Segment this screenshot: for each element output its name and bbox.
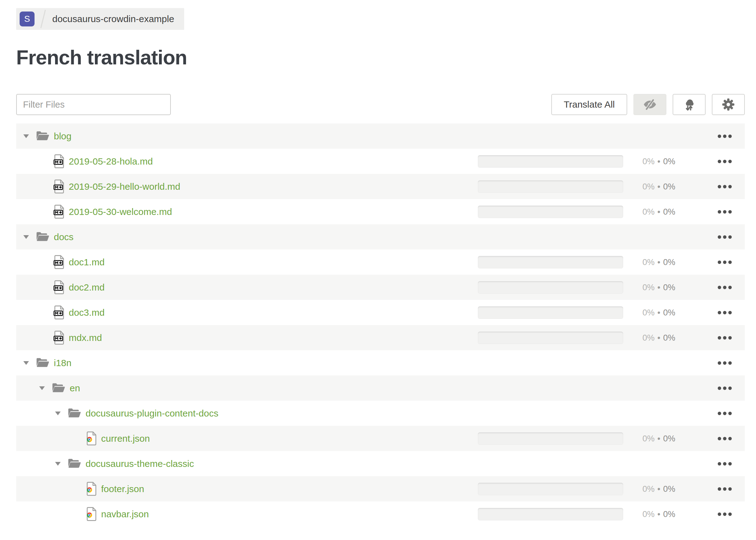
file-row[interactable]: 2019-05-28-hola.md 0%•0%	[16, 149, 745, 174]
chevron-down-icon[interactable]	[23, 134, 29, 138]
filter-files-input[interactable]	[16, 94, 171, 115]
folder-name-link[interactable]: en	[70, 383, 80, 393]
json-file-icon	[86, 507, 97, 521]
folder-icon	[68, 407, 81, 419]
row-menu-button[interactable]	[715, 359, 734, 367]
progress-bar	[478, 508, 623, 520]
toolbar-buttons: Translate All	[551, 94, 745, 115]
progress-text: 0%•0%	[643, 182, 676, 191]
folder-row[interactable]: docusaurus-theme-classic	[16, 451, 745, 476]
page: S docusaurus-crowdin-example French tran…	[16, 0, 745, 527]
markdown-file-icon	[54, 255, 65, 269]
folder-icon	[36, 357, 50, 369]
progress-text: 0%•0%	[643, 484, 676, 494]
row-menu-button[interactable]	[715, 334, 734, 342]
file-row[interactable]: 2019-05-30-welcome.md 0%•0%	[16, 199, 745, 224]
progress-bar	[478, 281, 623, 294]
progress-bar	[478, 332, 623, 344]
file-row[interactable]: footer.json 0%•0%	[16, 476, 745, 501]
file-tree: blog 2019-05-28-hola.md 0%•0%	[16, 123, 745, 527]
folder-row[interactable]: docs	[16, 224, 745, 249]
file-name-link[interactable]: 2019-05-28-hola.md	[69, 156, 153, 167]
file-name-link[interactable]: navbar.json	[101, 509, 149, 519]
row-menu-button[interactable]	[715, 384, 734, 392]
markdown-file-icon	[54, 180, 65, 194]
gear-icon	[721, 98, 735, 111]
chevron-down-icon[interactable]	[39, 386, 45, 390]
chevron-down-icon[interactable]	[23, 361, 29, 365]
file-row[interactable]: navbar.json 0%•0%	[16, 501, 745, 527]
file-name-link[interactable]: 2019-05-29-hello-world.md	[69, 181, 181, 192]
markdown-file-icon	[54, 280, 65, 294]
file-name-link[interactable]: doc2.md	[69, 282, 104, 293]
folder-icon	[36, 130, 50, 142]
markdown-file-icon	[54, 331, 65, 345]
row-menu-button[interactable]	[715, 233, 734, 241]
breadcrumb-slash-divider	[41, 10, 46, 28]
file-row[interactable]: doc3.md 0%•0%	[16, 300, 745, 325]
breadcrumb-project-name[interactable]: docusaurus-crowdin-example	[52, 14, 174, 24]
folder-row[interactable]: blog	[16, 123, 745, 149]
folder-name-link[interactable]: docusaurus-plugin-content-docs	[85, 408, 219, 419]
progress-text: 0%•0%	[643, 207, 676, 216]
file-name-link[interactable]: current.json	[101, 433, 150, 444]
row-menu-button[interactable]	[715, 258, 734, 266]
row-menu-button[interactable]	[715, 409, 734, 417]
row-menu-button[interactable]	[715, 434, 734, 443]
file-row[interactable]: current.json 0%•0%	[16, 426, 745, 451]
folder-name-link[interactable]: blog	[54, 131, 72, 142]
file-name-link[interactable]: doc1.md	[69, 257, 104, 268]
file-row[interactable]: doc2.md 0%•0%	[16, 275, 745, 300]
cloud-sync-icon	[682, 98, 696, 111]
folder-icon	[68, 458, 81, 470]
settings-button[interactable]	[712, 94, 745, 115]
progress-text: 0%•0%	[643, 157, 676, 166]
progress-bar	[478, 432, 623, 445]
row-menu-button[interactable]	[715, 132, 734, 140]
project-avatar[interactable]: S	[20, 12, 35, 27]
chevron-down-icon[interactable]	[55, 412, 61, 415]
row-menu-button[interactable]	[715, 283, 734, 292]
row-menu-button[interactable]	[715, 308, 734, 317]
progress-bar	[478, 483, 623, 495]
row-menu-button[interactable]	[715, 182, 734, 191]
file-name-link[interactable]: footer.json	[101, 484, 144, 494]
row-menu-button[interactable]	[715, 484, 734, 493]
download-upload-button[interactable]	[673, 94, 705, 115]
folder-name-link[interactable]: docs	[54, 232, 74, 242]
toolbar: Translate All	[16, 94, 745, 115]
translate-all-button[interactable]: Translate All	[551, 94, 627, 115]
folder-name-link[interactable]: docusaurus-theme-classic	[85, 459, 194, 469]
breadcrumb: S docusaurus-crowdin-example	[16, 8, 184, 30]
progress-bar	[478, 155, 623, 168]
markdown-file-icon	[54, 205, 65, 219]
chevron-down-icon[interactable]	[55, 462, 61, 466]
folder-row[interactable]: i18n	[16, 350, 745, 375]
folder-icon	[52, 382, 65, 394]
toggle-hidden-files-button[interactable]	[633, 94, 667, 115]
file-row[interactable]: doc1.md 0%•0%	[16, 249, 745, 275]
folder-name-link[interactable]: i18n	[54, 358, 72, 368]
markdown-file-icon	[54, 306, 65, 320]
json-file-icon	[86, 432, 97, 446]
folder-row[interactable]: docusaurus-plugin-content-docs	[16, 401, 745, 426]
file-name-link[interactable]: mdx.md	[69, 333, 102, 343]
row-menu-button[interactable]	[715, 207, 734, 216]
json-file-icon	[86, 482, 97, 496]
row-menu-button[interactable]	[715, 460, 734, 468]
progress-text: 0%•0%	[643, 257, 676, 267]
file-row[interactable]: mdx.md 0%•0%	[16, 325, 745, 350]
file-name-link[interactable]: doc3.md	[69, 307, 104, 318]
progress-text: 0%•0%	[643, 333, 676, 342]
folder-row[interactable]: en	[16, 375, 745, 401]
progress-text: 0%•0%	[643, 282, 676, 292]
progress-bar	[478, 256, 623, 268]
row-menu-button[interactable]	[715, 157, 734, 166]
progress-bar	[478, 306, 623, 319]
chevron-down-icon[interactable]	[23, 235, 29, 239]
progress-text: 0%•0%	[643, 308, 676, 317]
row-menu-button[interactable]	[715, 510, 734, 518]
file-row[interactable]: 2019-05-29-hello-world.md 0%•0%	[16, 174, 745, 199]
folder-icon	[36, 231, 50, 243]
file-name-link[interactable]: 2019-05-30-welcome.md	[69, 206, 172, 217]
